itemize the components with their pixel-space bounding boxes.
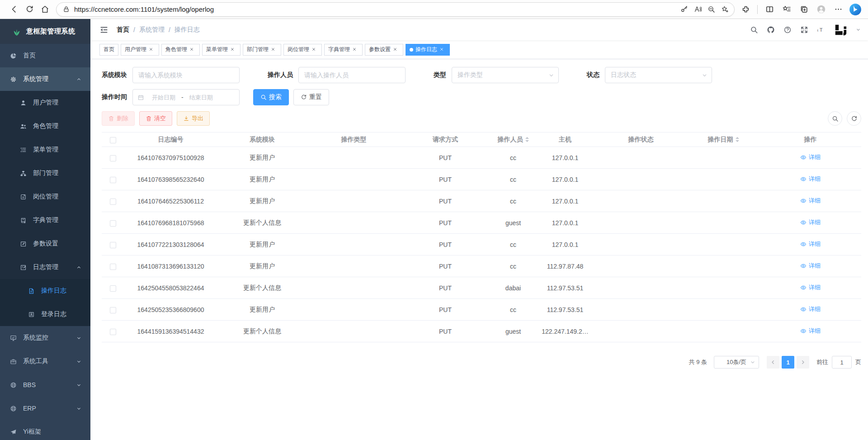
tab-参数设置[interactable]: 参数设置 [365,44,403,56]
detail-link[interactable]: 详细 [800,240,821,248]
close-icon[interactable] [189,47,196,53]
tab-菜单管理[interactable]: 菜单管理 [202,44,241,56]
detail-link[interactable]: 详细 [800,153,821,161]
end-date-input[interactable] [184,94,218,101]
header-search-button[interactable] [750,26,758,34]
close-icon[interactable] [230,47,236,53]
sidebar-item-home[interactable]: 首页 [0,44,90,67]
sort-caret-icon[interactable] [736,137,739,142]
sidebar-item-login-log[interactable]: 登录日志 [0,303,90,326]
sidebar-item-menu-management[interactable]: 菜单管理 [0,138,90,161]
next-page-button[interactable] [797,356,809,369]
detail-link[interactable]: 详细 [800,284,821,292]
row-checkbox[interactable] [110,264,116,270]
tab-用户管理[interactable]: 用户管理 [121,44,159,56]
favorites-button[interactable] [779,2,794,17]
row-checkbox[interactable] [110,307,116,313]
browser-back-button[interactable] [6,2,22,17]
close-icon[interactable] [352,47,359,53]
column-header-操作日期[interactable]: 操作日期 [687,132,760,147]
fullscreen-button[interactable] [800,26,808,34]
address-bar[interactable]: https://ccnetcore.com:1101/system/log/op… [56,2,735,17]
close-icon[interactable] [271,47,277,53]
sidebar-item-dict-management[interactable]: 字典管理 [0,208,90,232]
user-avatar[interactable] [834,23,847,37]
browser-profile-button[interactable] [814,2,828,17]
delete-button[interactable]: 删除 [102,111,135,126]
tab-角色管理[interactable]: 角色管理 [161,44,200,56]
tab-部门管理[interactable]: 部门管理 [243,44,281,56]
row-checkbox[interactable] [110,155,116,161]
breadcrumb-item[interactable]: 首页 [117,26,129,34]
close-icon[interactable] [311,47,318,53]
export-button[interactable]: 导出 [177,111,210,126]
operator-input[interactable] [298,67,406,83]
detail-link[interactable]: 详细 [800,327,821,335]
search-button[interactable]: 搜索 [253,89,289,105]
row-checkbox[interactable] [110,177,116,183]
current-page-button[interactable]: 1 [782,356,794,369]
browser-refresh-button[interactable] [22,2,37,17]
sidebar-item-operation-log[interactable]: 操作日志 [0,279,90,303]
sidebar-item-bbs[interactable]: BBS [0,373,90,397]
detail-link[interactable]: 详细 [800,197,821,205]
select-all-header[interactable] [102,132,124,147]
sidebar-item-role-management[interactable]: 角色管理 [0,114,90,138]
type-select[interactable]: 操作类型 [452,67,559,83]
row-checkbox[interactable] [110,285,116,292]
tab-操作日志[interactable]: 操作日志 [406,44,450,56]
font-size-button[interactable]: tT [817,26,825,34]
read-aloud-button[interactable] [691,3,704,16]
sidebar-item-erp[interactable]: ERP [0,397,90,420]
sidebar-item-system-management[interactable]: 系统管理 [0,67,90,91]
sidebar-item-system-tools[interactable]: 系统工具 [0,350,90,373]
sidebar-item-dept-management[interactable]: 部门管理 [0,161,90,185]
tab-首页[interactable]: 首页 [99,44,118,56]
sidebar-item-log-management[interactable]: 日志管理 [0,255,90,279]
sort-caret-icon[interactable] [525,137,529,142]
date-range-picker[interactable]: - [132,89,240,105]
row-checkbox[interactable] [110,329,116,335]
zoom-out-button[interactable] [704,3,718,16]
refresh-table-button[interactable] [847,111,861,126]
module-input[interactable] [132,67,240,83]
extensions-button[interactable] [738,2,753,17]
detail-link[interactable]: 详细 [800,305,821,313]
sidebar-collapse-button[interactable] [99,25,108,34]
password-button[interactable] [677,3,691,16]
collections-button[interactable] [797,2,811,17]
url-text[interactable]: https://ccnetcore.com:1101/system/log/op… [74,5,677,13]
show-search-toggle-button[interactable] [828,111,842,126]
select-all-checkbox[interactable] [110,137,116,143]
tab-字典管理[interactable]: 字典管理 [324,44,363,56]
browser-home-button[interactable] [37,2,52,17]
close-icon[interactable] [149,47,155,53]
start-date-input[interactable] [147,94,180,101]
detail-link[interactable]: 详细 [800,175,821,183]
row-checkbox[interactable] [110,199,116,205]
close-icon[interactable] [393,47,399,53]
reset-button[interactable]: 重置 [293,89,329,105]
user-menu-caret-icon[interactable] [856,27,861,32]
sidebar-item-post-management[interactable]: 岗位管理 [0,185,90,208]
split-screen-button[interactable] [762,2,777,17]
tab-岗位管理[interactable]: 岗位管理 [283,44,322,56]
github-button[interactable] [767,26,775,34]
prev-page-button[interactable] [767,356,779,369]
add-favorite-button[interactable] [718,3,731,16]
app-logo[interactable]: 意框架管理系统 [0,19,90,44]
clear-button[interactable]: 清空 [139,111,172,126]
browser-menu-button[interactable] [831,2,845,17]
row-checkbox[interactable] [110,220,116,227]
row-checkbox[interactable] [110,242,116,248]
status-select[interactable]: 日志状态 [605,67,712,83]
bing-chat-button[interactable] [848,2,863,17]
column-header-操作人员[interactable]: 操作人员 [491,132,536,147]
goto-page-input[interactable] [832,356,852,369]
sidebar-item-param-settings[interactable]: 参数设置 [0,232,90,255]
detail-link[interactable]: 详细 [800,262,821,270]
sidebar-item-system-monitor[interactable]: 系统监控 [0,326,90,350]
sidebar-item-user-management[interactable]: 用户管理 [0,91,90,114]
close-icon[interactable] [439,47,446,53]
page-size-select[interactable]: 10条/页 [714,356,759,369]
